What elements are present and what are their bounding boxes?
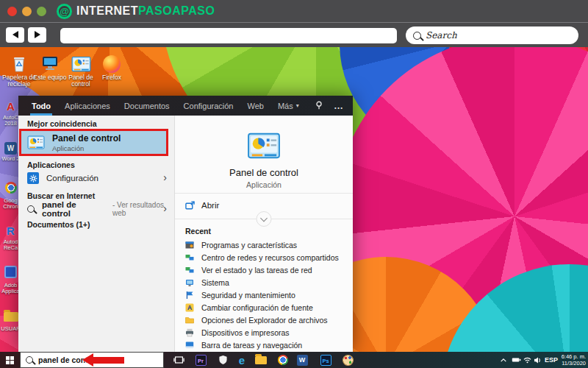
best-match-result[interactable]: Panel de control Aplicación (19, 129, 168, 156)
file-explorer-icon (255, 356, 267, 364)
section-apps: Aplicaciones (27, 160, 75, 169)
pin-icon[interactable] (315, 99, 323, 113)
recent-item-taskbar-nav[interactable]: Barra de tareas y navegación (175, 339, 353, 351)
detail-title: Panel de control (175, 167, 353, 178)
recent-list: Programas y características Centro de re… (175, 238, 353, 352)
taskbar-photoshop[interactable]: Ps (316, 352, 335, 368)
taskbar-premiere[interactable]: Pr (191, 352, 210, 368)
photoshop-icon: Ps (320, 355, 331, 366)
back-button[interactable] (6, 27, 24, 43)
desktop-icon-user-folder[interactable]: USUAR (1, 308, 21, 332)
taskbar-paint[interactable] (338, 352, 357, 368)
best-match-subtitle: Aplicación (52, 144, 121, 152)
language-indicator[interactable]: ESP (545, 356, 558, 364)
taskbar-chrome[interactable] (273, 352, 293, 368)
taskbar-defender[interactable] (213, 352, 232, 368)
svg-text:A: A (187, 304, 192, 311)
expand-chevron-button[interactable] (257, 211, 272, 227)
battery-icon (512, 356, 521, 364)
network-indicator[interactable] (522, 352, 532, 368)
word-icon: W (297, 355, 308, 366)
site-header: @ INTERNETPASOAPASO (0, 0, 588, 22)
word-icon: W (1, 141, 21, 155)
desktop-icon-recap[interactable]: R Autod ReCa (1, 224, 21, 251)
recent-item-system[interactable]: Sistema (175, 276, 353, 289)
recent-item-network-status[interactable]: Ver el estado y las tareas de red (175, 263, 353, 276)
tab-web[interactable]: Web (247, 96, 263, 116)
chrome-icon (1, 182, 21, 197)
clock[interactable]: 6:46 p. m. 11/3/2020 (559, 353, 586, 367)
tab-configuracion[interactable]: Configuración (184, 96, 234, 116)
open-window-icon (185, 201, 195, 210)
search-results-column: Mejor coincidencia Panel de control Apli… (18, 116, 174, 352)
chevron-up-icon (500, 357, 507, 363)
forward-arrow-icon (35, 31, 40, 38)
taskbar-explorer[interactable] (251, 352, 270, 368)
site-logo: @ INTERNETPASOAPASO (57, 4, 215, 19)
desktop-icon-word[interactable]: W Word 2 (1, 141, 21, 162)
recent-item-security[interactable]: Seguridad y mantenimiento (175, 289, 353, 301)
taskbar-search-box[interactable]: panel de control (20, 352, 164, 368)
flag-icon (185, 291, 194, 300)
address-bar[interactable] (60, 28, 397, 43)
user-folder-icon (1, 308, 21, 325)
forward-button[interactable] (28, 27, 46, 43)
maximize-dot-icon[interactable] (37, 7, 46, 16)
desktop-icon-autocad[interactable]: A AutoC 2018 (1, 100, 21, 127)
recent-item-fonts[interactable]: A Cambiar configuración de fuente (175, 301, 353, 314)
chevron-right-icon: › (163, 202, 167, 214)
tab-documentos[interactable]: Documentos (124, 96, 170, 116)
paint-icon (343, 355, 354, 366)
network-icon (185, 266, 194, 275)
battery-indicator[interactable] (510, 352, 522, 368)
desktop-icon-control-panel[interactable]: Panel de control (64, 53, 98, 88)
recycle-bin-icon (2, 53, 36, 73)
windows-logo-icon (6, 356, 14, 364)
taskbar-edge[interactable]: e (232, 352, 251, 368)
result-detail-column: Panel de control Aplicación Abrir Recent… (174, 116, 353, 352)
task-view-button[interactable] (169, 352, 188, 368)
desktop-icon-this-pc[interactable]: Este equipo (33, 53, 67, 81)
chevron-down-icon: ▾ (296, 102, 299, 109)
window-controls (7, 7, 46, 16)
recent-item-explorer-options[interactable]: Opciones del Explorador de archivos (175, 314, 353, 326)
brand-text: INTERNETPASOAPASO (76, 4, 215, 18)
chrome-icon (278, 355, 288, 365)
minimize-dot-icon[interactable] (22, 7, 32, 16)
folder-options-icon (185, 316, 194, 325)
desktop-icon-adobe[interactable]: Adob Applica (1, 266, 21, 294)
taskbar-word[interactable]: W (293, 352, 312, 368)
search-icon (27, 205, 35, 213)
result-web-search[interactable]: panel de control - Ver resultados web › (18, 200, 174, 218)
taskbar: panel de control Pr e W Ps ESP 6:46 (0, 352, 588, 368)
gear-icon (27, 172, 39, 184)
tab-mas[interactable]: Más▾ (278, 96, 299, 116)
start-button[interactable] (0, 352, 20, 368)
tray-expand-button[interactable] (498, 352, 509, 368)
tab-todo[interactable]: Todo (32, 96, 51, 116)
tab-aplicaciones[interactable]: Aplicaciones (65, 96, 110, 116)
result-configuracion[interactable]: Configuración › (18, 169, 174, 187)
desktop-icon-recycle-bin[interactable]: Papelera de reciclaje (2, 53, 36, 88)
site-search-box[interactable] (406, 26, 578, 44)
shield-icon (218, 355, 228, 365)
divider (175, 193, 353, 194)
volume-indicator[interactable] (532, 352, 542, 368)
back-arrow-icon (12, 31, 18, 38)
recent-item-devices-printers[interactable]: Dispositivos e impresoras (175, 326, 353, 339)
more-options-icon[interactable]: … (334, 100, 344, 111)
site-search-input[interactable] (426, 26, 578, 44)
section-best-match: Mejor coincidencia (27, 119, 97, 128)
close-dot-icon[interactable] (7, 7, 17, 16)
recent-item-network-center[interactable]: Centro de redes y recursos compartidos (175, 251, 353, 263)
taskbar-settings-icon (185, 341, 194, 350)
section-documents: Documentos (1+) (27, 220, 90, 229)
chevron-right-icon: › (163, 171, 167, 183)
autocad-icon: A (1, 100, 21, 113)
adobe-icon (1, 266, 21, 281)
desktop-icon-chrome[interactable]: Goog Chron (1, 182, 21, 210)
firefox-icon (95, 53, 129, 73)
site-navbar (0, 22, 588, 47)
desktop-icon-firefox[interactable]: Firefox (95, 53, 129, 81)
recent-item-programs[interactable]: Programas y características (175, 238, 353, 251)
